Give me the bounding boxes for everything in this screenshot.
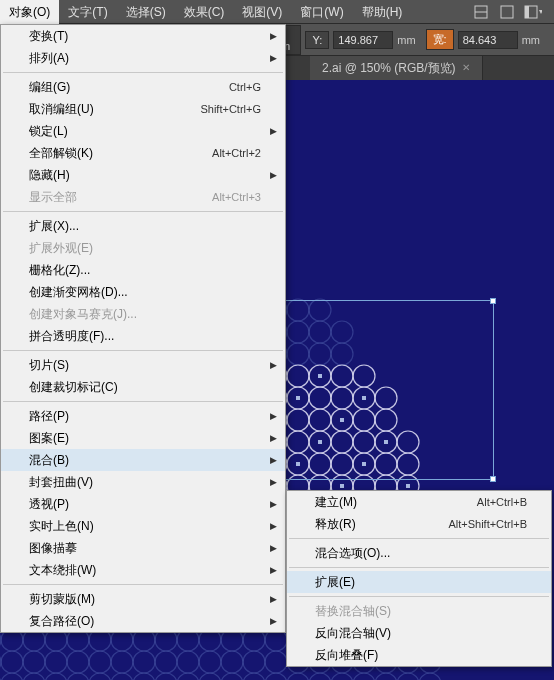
menu-item[interactable]: 栅格化(Z)... (1, 259, 285, 281)
svg-rect-4 (525, 6, 529, 18)
menu-item-label: 混合(B) (29, 452, 69, 469)
menu-item[interactable]: 释放(R)Alt+Shift+Ctrl+B (287, 513, 551, 535)
svg-point-407 (133, 673, 155, 680)
document-tab[interactable]: 2.ai @ 150% (RGB/预览) ✕ (310, 56, 483, 80)
menu-item-label: 变换(T) (29, 28, 68, 45)
y-input[interactable] (333, 31, 393, 49)
menu-item-label: 复合路径(O) (29, 613, 94, 630)
menu-item-label: 扩展(E) (315, 574, 355, 591)
submenu-arrow-icon: ▶ (270, 616, 277, 626)
submenu-arrow-icon: ▶ (270, 53, 277, 63)
menu-item: 替换混合轴(S) (287, 600, 551, 622)
toolbar-icon-2[interactable] (498, 3, 516, 21)
menu-item[interactable]: 复合路径(O)▶ (1, 610, 285, 632)
selection-handle[interactable] (490, 298, 496, 304)
toolbar-icon-1[interactable] (472, 3, 490, 21)
menu-item-label: 创建渐变网格(D)... (29, 284, 128, 301)
svg-rect-213 (340, 484, 344, 488)
y-label: Y: (305, 31, 329, 49)
menu-shortcut: Alt+Ctrl+B (477, 496, 527, 508)
menu-item[interactable]: 编组(G)Ctrl+G (1, 76, 285, 98)
menu-item[interactable]: 透视(P)▶ (1, 493, 285, 515)
menu-item[interactable]: 取消编组(U)Shift+Ctrl+G (1, 98, 285, 120)
svg-point-404 (67, 673, 89, 680)
menubar-item[interactable]: 窗口(W) (291, 0, 352, 24)
menu-item[interactable]: 路径(P)▶ (1, 405, 285, 427)
menu-item[interactable]: 反向混合轴(V) (287, 622, 551, 644)
menu-item-label: 反向堆叠(F) (315, 647, 378, 664)
selection-handle[interactable] (490, 476, 496, 482)
menu-item[interactable]: 创建裁切标记(C) (1, 376, 285, 398)
menu-item[interactable]: 锁定(L)▶ (1, 120, 285, 142)
menu-item-label: 创建对象马赛克(J)... (29, 306, 137, 323)
svg-point-383 (67, 651, 89, 673)
svg-point-412 (243, 673, 265, 680)
menu-item[interactable]: 封套扭曲(V)▶ (1, 471, 285, 493)
submenu-arrow-icon: ▶ (270, 543, 277, 553)
menu-item[interactable]: 扩展(E) (287, 571, 551, 593)
menu-item-label: 扩展外观(E) (29, 240, 93, 257)
menubar: 对象(O)文字(T)选择(S)效果(C)视图(V)窗口(W)帮助(H) (0, 0, 554, 24)
menu-item: 扩展外观(E) (1, 237, 285, 259)
svg-point-381 (23, 651, 45, 673)
submenu-arrow-icon: ▶ (270, 455, 277, 465)
w-label: 宽: (426, 29, 454, 50)
menu-item[interactable]: 切片(S)▶ (1, 354, 285, 376)
layout-dropdown-icon[interactable] (524, 3, 542, 21)
menu-item-label: 实时上色(N) (29, 518, 94, 535)
svg-point-388 (177, 651, 199, 673)
menu-item-label: 剪切蒙版(M) (29, 591, 95, 608)
svg-point-410 (199, 673, 221, 680)
svg-point-406 (111, 673, 133, 680)
menu-item-label: 图案(E) (29, 430, 69, 447)
menu-item[interactable]: 混合选项(O)... (287, 542, 551, 564)
menu-item-label: 扩展(X)... (29, 218, 79, 235)
svg-point-380 (1, 651, 23, 673)
menubar-item[interactable]: 对象(O) (0, 0, 59, 24)
w-input[interactable] (458, 31, 518, 49)
menu-item[interactable]: 图像描摹▶ (1, 537, 285, 559)
menu-item[interactable]: 图案(E)▶ (1, 427, 285, 449)
menu-item[interactable]: 创建渐变网格(D)... (1, 281, 285, 303)
submenu-arrow-icon: ▶ (270, 126, 277, 136)
submenu-arrow-icon: ▶ (270, 594, 277, 604)
menubar-item[interactable]: 效果(C) (175, 0, 234, 24)
menu-shortcut: Ctrl+G (229, 81, 261, 93)
svg-point-411 (221, 673, 243, 680)
menu-item-label: 图像描摹 (29, 540, 77, 557)
svg-rect-217 (406, 484, 410, 488)
menu-separator (289, 596, 549, 597)
menu-item[interactable]: 隐藏(H)▶ (1, 164, 285, 186)
menubar-item[interactable]: 帮助(H) (353, 0, 412, 24)
menu-item-label: 文本绕排(W) (29, 562, 96, 579)
menu-item-label: 切片(S) (29, 357, 69, 374)
menu-item[interactable]: 实时上色(N)▶ (1, 515, 285, 537)
menu-item[interactable]: 反向堆叠(F) (287, 644, 551, 666)
svg-point-392 (265, 651, 287, 673)
menu-item[interactable]: 扩展(X)... (1, 215, 285, 237)
menubar-item[interactable]: 选择(S) (117, 0, 175, 24)
menu-item-label: 编组(G) (29, 79, 70, 96)
menu-item[interactable]: 文本绕排(W)▶ (1, 559, 285, 581)
svg-point-405 (89, 673, 111, 680)
menu-item[interactable]: 剪切蒙版(M)▶ (1, 588, 285, 610)
menubar-item[interactable]: 文字(T) (59, 0, 116, 24)
menu-shortcut: Alt+Shift+Ctrl+B (448, 518, 527, 530)
submenu-arrow-icon: ▶ (270, 360, 277, 370)
menu-item-label: 替换混合轴(S) (315, 603, 391, 620)
menubar-item[interactable]: 视图(V) (233, 0, 291, 24)
menu-item[interactable]: 拼合透明度(F)... (1, 325, 285, 347)
menu-separator (289, 538, 549, 539)
menu-item[interactable]: 变换(T)▶ (1, 25, 285, 47)
menu-item[interactable]: 全部解锁(K)Alt+Ctrl+2 (1, 142, 285, 164)
svg-point-402 (23, 673, 45, 680)
menu-item[interactable]: 混合(B)▶ (1, 449, 285, 471)
menu-item[interactable]: 排列(A)▶ (1, 47, 285, 69)
menu-separator (3, 401, 283, 402)
close-icon[interactable]: ✕ (462, 56, 470, 80)
object-menu: 变换(T)▶排列(A)▶编组(G)Ctrl+G取消编组(U)Shift+Ctrl… (0, 24, 286, 633)
menu-item[interactable]: 建立(M)Alt+Ctrl+B (287, 491, 551, 513)
svg-point-417 (353, 673, 375, 680)
menu-item-label: 创建裁切标记(C) (29, 379, 118, 396)
svg-point-384 (89, 651, 111, 673)
